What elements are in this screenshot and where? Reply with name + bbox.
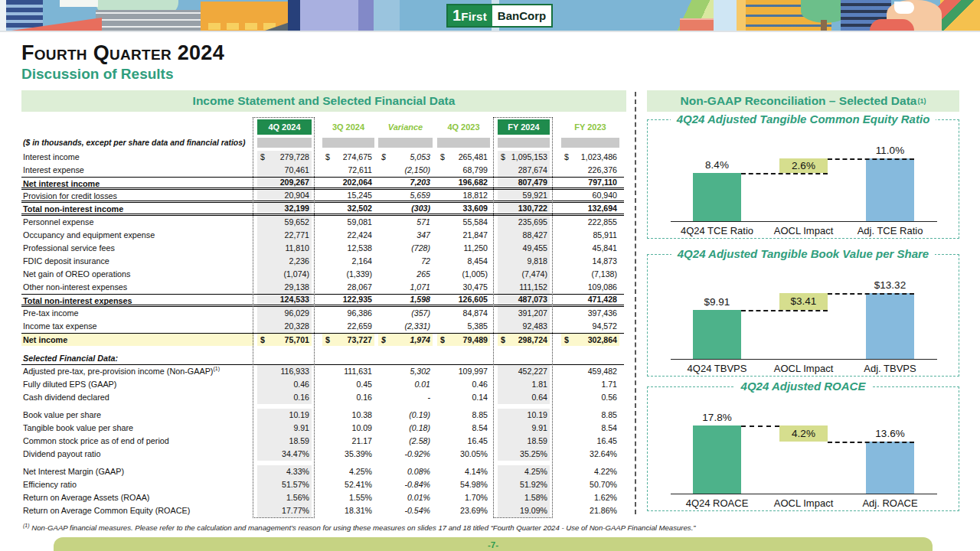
value-cell: 397,436	[561, 307, 619, 320]
chart-value-label: 17.8%	[683, 412, 752, 423]
table-header-spacer	[21, 119, 254, 135]
column-header: Variance	[378, 119, 433, 135]
value-cell: 22,659	[322, 320, 374, 333]
value-cell: 22,424	[322, 229, 374, 242]
value-cell: 28,067	[322, 281, 374, 294]
value-cell: 55,584	[437, 216, 490, 229]
value-cell: 33,609	[437, 203, 490, 214]
value-cell: 10.19	[498, 409, 550, 422]
column-header: 3Q 2024	[322, 119, 374, 135]
value-cell: 1.70%	[437, 491, 490, 504]
value-cell: 2,236	[257, 255, 312, 268]
slide-page: 1First BanCorp Fourth Quarter 2024 Discu…	[0, 0, 980, 551]
value-cell: 68,799	[437, 164, 490, 177]
banner-shape	[60, 0, 98, 7]
left-panel-header: Income Statement and Selected Financial …	[21, 90, 626, 112]
row-label: Occupancy and equipment expense	[21, 229, 254, 242]
chart-connector	[828, 442, 914, 443]
table-row: Pre-tax income96,02996,386(357)84,874391…	[21, 307, 624, 320]
units-band-cell	[322, 135, 374, 151]
value-cell: 797,110	[561, 178, 619, 187]
value-cell: 459,482	[561, 365, 619, 378]
value-cell: 59,921	[498, 190, 550, 201]
value-cell: 109,997	[437, 365, 490, 378]
value-cell: 34.47%	[257, 448, 312, 461]
table-row: Provision for credit losses20,90415,2455…	[21, 190, 624, 203]
dollar-sign: $	[564, 334, 569, 346]
value-cell: $265,481	[437, 151, 490, 164]
value-cell: $1,974	[378, 334, 433, 346]
value-cell: 1.58%	[498, 491, 550, 504]
value-cell: $5,053	[378, 151, 433, 164]
value-cell: 94,572	[561, 320, 619, 333]
value-cell: 111,152	[498, 281, 550, 294]
value-cell: 0.64	[498, 391, 550, 404]
value-cell: 0.46	[257, 378, 312, 391]
value-cell: 17.77%	[257, 504, 312, 517]
table-row: Interest expense70,46172,611(2,150)68,79…	[21, 164, 624, 177]
chart-value-label: 13.6%	[856, 428, 925, 439]
table-row: Interest income$279,728$274,675$5,053$26…	[21, 151, 624, 164]
value-cell: 347	[378, 229, 433, 242]
chart-value-label: 4.2%	[769, 428, 838, 439]
value-cell: 1.71	[561, 378, 619, 391]
value-cell: 30.05%	[437, 448, 490, 461]
dollar-sign: $	[325, 334, 330, 346]
table-row: Tangible book value per share9.9110.09(0…	[21, 422, 624, 435]
value-cell: 1,071	[378, 281, 433, 294]
value-cell: 54.98%	[437, 478, 490, 491]
chart-category-label: Adj. ROACE	[841, 497, 940, 509]
dollar-sign: $	[440, 151, 445, 164]
value-cell: 35.25%	[498, 448, 550, 461]
value-cell: 19.09%	[498, 504, 550, 517]
value-cell: (0.19)	[378, 409, 433, 422]
row-label: Total non-interest expenses	[21, 295, 254, 305]
row-label: Total non-interest income	[21, 203, 254, 214]
table-row: Professional service fees11,81012,538(72…	[21, 242, 624, 255]
value-cell: $73,727	[322, 334, 374, 346]
logo-bancorp-mark: BanCorp	[492, 5, 551, 26]
value-cell: 132,694	[561, 203, 619, 214]
row-label: Dividend payout ratio	[21, 448, 254, 461]
table-row: Net gain of OREO operations(1,074)(1,339…	[21, 268, 624, 281]
dollar-sign: $	[440, 334, 445, 346]
value-cell: 9.91	[498, 422, 550, 435]
cell-value: 279,728	[280, 151, 309, 164]
chart-value-label: 2.6%	[769, 160, 838, 171]
chart-value-label: 11.0%	[856, 145, 925, 156]
value-cell: 16.45	[561, 435, 619, 448]
value-cell: 8.54	[561, 422, 619, 435]
chart-start-bar	[693, 173, 741, 221]
chart-category-label: 4Q24 ROACE	[668, 497, 767, 509]
value-cell: 9,818	[498, 255, 550, 268]
column-header: FY 2024	[498, 119, 550, 135]
cell-value: 265,481	[459, 151, 488, 164]
row-label: Cash dividend declared	[21, 391, 254, 404]
row-label: Book value per share	[21, 409, 254, 422]
cell-value: 1,095,153	[511, 151, 547, 164]
dollar-sign: $	[381, 151, 386, 164]
table-row: ($ in thousands, except per share data a…	[21, 135, 624, 151]
row-label: Income tax expense	[21, 320, 254, 333]
row-label: Net interest income	[21, 178, 254, 187]
cell-value: 5,053	[410, 151, 430, 164]
value-cell: 8.85	[437, 409, 490, 422]
value-cell: 8,454	[437, 255, 490, 268]
value-cell: 21.17	[322, 435, 374, 448]
chart-title-text: 4Q24 Adjusted Tangible Common Equity Rat…	[671, 112, 936, 126]
footnote: (1) Non-GAAP financial measures. Please …	[23, 523, 965, 532]
value-cell: (1,074)	[257, 268, 312, 281]
units-band	[322, 138, 374, 148]
value-cell: -0.92%	[378, 448, 433, 461]
value-cell: 391,207	[498, 307, 550, 320]
value-cell: 59,652	[257, 216, 312, 229]
footnote-text: Non-GAAP financial measures. Please refe…	[31, 523, 695, 532]
value-cell: 0.08%	[378, 465, 433, 478]
chart-connector	[741, 173, 828, 174]
cell-value: 298,724	[518, 334, 547, 346]
row-label-sup: (1)	[213, 366, 220, 371]
chart-connector	[828, 158, 914, 160]
chart-plot: 17.8%4.2%13.6%4Q24 ROACEAOCL ImpactAdj. …	[648, 403, 959, 510]
row-label: ($ in thousands, except per share data a…	[21, 135, 254, 151]
column-header: 4Q 2023	[437, 119, 490, 135]
